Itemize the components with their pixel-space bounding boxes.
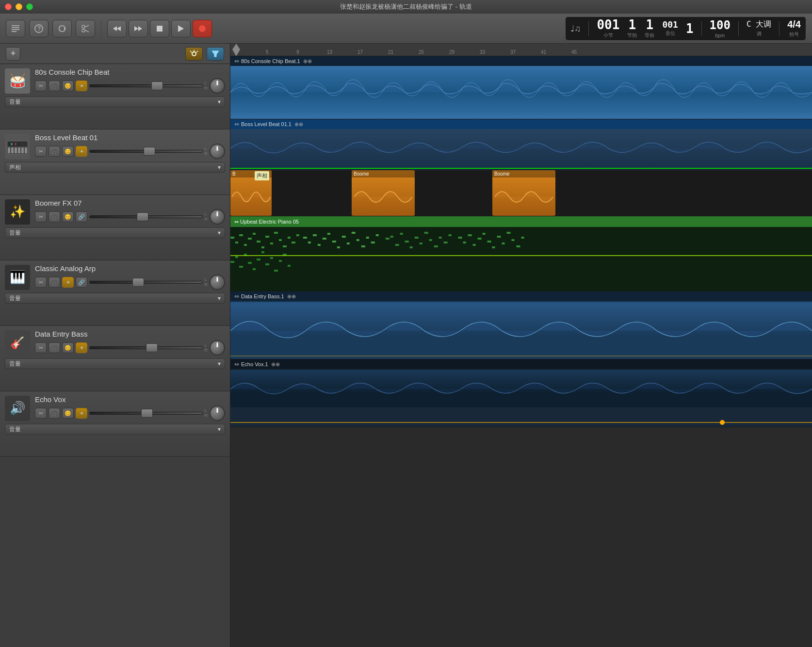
track-lane-4[interactable]: ⇔ Data Entry Bass.1 ⊕⊕	[230, 291, 812, 359]
svg-rect-94	[521, 237, 524, 239]
timeline-ruler[interactable]: 1 5 9 13 17 21 25 29 33 37 41 45	[230, 44, 812, 56]
track-fader-5[interactable]	[89, 342, 203, 353]
track-mute-5[interactable]: 😊	[62, 342, 74, 353]
lcd-key-section[interactable]: C 大调 调	[747, 19, 771, 37]
track-midi-4a[interactable]: ✦	[62, 277, 74, 288]
track-fader-3[interactable]	[89, 211, 203, 222]
lcd-div-section[interactable]: 1 导份	[645, 18, 654, 39]
volume-dropdown-1[interactable]: 音量 ▾	[5, 97, 225, 107]
track-fader-4[interactable]	[89, 277, 203, 288]
track-scissors-1[interactable]: ✂	[35, 81, 47, 91]
track-fader-2[interactable]	[89, 146, 203, 157]
scissors-button[interactable]	[76, 20, 95, 37]
track-knob-3[interactable]	[210, 209, 225, 225]
track-knob-1[interactable]	[210, 78, 225, 94]
svg-rect-57	[332, 241, 336, 243]
volume-dropdown-6[interactable]: 音量 ▾	[5, 424, 225, 435]
maximize-button[interactable]	[26, 3, 33, 10]
lcd-bars-section[interactable]: 001 小节	[597, 18, 619, 39]
track-headphones-3[interactable]: 🎧	[49, 211, 60, 222]
close-button[interactable]	[5, 3, 12, 10]
track-midi-3[interactable]: 🔗	[76, 211, 87, 222]
lcd-key-value: C 大调	[747, 19, 771, 30]
sidebar-header: +	[0, 44, 230, 64]
lcd-timesig-section[interactable]: 4/4 拍号	[787, 19, 801, 38]
track-name-1: 80s Console Chip Beat	[35, 68, 225, 76]
loop-button[interactable]	[52, 20, 72, 37]
svg-rect-85	[478, 238, 482, 240]
track-midi-2[interactable]: ✦	[76, 146, 87, 157]
lcd-beats-section[interactable]: 1 节拍	[627, 18, 637, 39]
play-button[interactable]	[171, 20, 191, 37]
loop-icon-2: ⊕⊕	[294, 121, 303, 128]
svg-marker-14	[138, 26, 142, 31]
track-headphones-6[interactable]: 🎧	[49, 408, 60, 419]
track-midi-4b[interactable]: 🔗	[76, 277, 87, 288]
track-headphones-5[interactable]: 🎧	[49, 342, 60, 353]
lcd-pos2-section[interactable]: 1	[686, 22, 694, 35]
track-mute-1[interactable]: 😊	[62, 81, 74, 91]
track-knob-2[interactable]	[210, 144, 225, 159]
library-button[interactable]	[6, 20, 25, 37]
track-headphones-1[interactable]: 🎧	[49, 81, 60, 91]
volume-label-2: 声相	[9, 163, 21, 172]
svg-rect-26	[15, 147, 17, 153]
track-scissors-4[interactable]: ✂	[35, 277, 47, 288]
record-button[interactable]	[193, 20, 212, 37]
add-track-button[interactable]: +	[6, 47, 20, 61]
svg-rect-103	[265, 263, 269, 265]
svg-rect-55	[323, 238, 326, 240]
svg-rect-71	[405, 241, 409, 243]
lcd-pos-section[interactable]: 001 音位	[662, 20, 678, 37]
track-lane-5[interactable]: ⇔ Echo Vox.1 ⊕⊕	[230, 359, 812, 427]
track-knob-4[interactable]	[210, 275, 225, 290]
svg-rect-66	[376, 234, 379, 236]
track-midi-6[interactable]: ✦	[76, 408, 87, 419]
rewind-button[interactable]	[107, 20, 127, 37]
track-lane-2[interactable]: ⇔ Boss Level Beat 01.1 ⊕⊕ B	[230, 119, 812, 216]
track-lane-3[interactable]: ⇔ Upbeat Electric Piano 05	[230, 216, 812, 291]
minimize-button[interactable]	[16, 3, 22, 10]
track-mute-3[interactable]: 😊	[62, 211, 74, 222]
lcd-tempo-label: bpm	[715, 33, 725, 38]
track-headphones-2[interactable]: 🎧	[49, 146, 60, 157]
svg-rect-65	[371, 242, 375, 243]
track-name-4: Classic Analog Arp	[35, 264, 225, 273]
volume-dropdown-5[interactable]: 音量 ▾	[5, 358, 225, 369]
track-fader-6[interactable]	[89, 408, 203, 419]
track-mute-6[interactable]: 😊	[62, 408, 74, 419]
volume-dropdown-4[interactable]: 音量 ▾	[5, 293, 225, 304]
track-mute-2[interactable]: 😊	[62, 146, 74, 157]
volume-label-4: 音量	[9, 294, 21, 303]
track-item-2: Boss Level Beat 01 ✂ 🎧 😊 ✦ LR	[0, 129, 230, 195]
track-lane-1[interactable]: ⇔ 80s Console Chip Beat.1 ⊕⊕	[230, 56, 812, 119]
track-headphones-4[interactable]: 🎧	[49, 277, 60, 288]
track-icon-3: ✨	[5, 199, 30, 225]
svg-rect-15	[157, 26, 162, 32]
track-midi-5[interactable]: ✦	[76, 342, 87, 353]
view-mode-button[interactable]	[185, 47, 203, 61]
track-scissors-2[interactable]: ✂	[35, 146, 47, 157]
track-midi-1[interactable]: ✦	[76, 81, 87, 91]
stop-button[interactable]	[150, 20, 169, 37]
track-scissors-5[interactable]: ✂	[35, 342, 47, 353]
lcd-tempo-section[interactable]: 100 bpm	[710, 18, 731, 38]
volume-dropdown-3[interactable]: 音量 ▾	[5, 227, 225, 238]
svg-rect-62	[357, 239, 359, 241]
fast-forward-button[interactable]	[129, 20, 148, 37]
lcd-pos2-value: 1	[686, 22, 694, 35]
svg-rect-40	[253, 233, 256, 235]
track-knob-6[interactable]	[210, 405, 225, 421]
ruler-mark-41: 41	[541, 49, 546, 55]
track-scissors-3[interactable]: ✂	[35, 211, 47, 222]
track-knob-5[interactable]	[210, 340, 225, 356]
lane-header-2: ⇔ Boss Level Beat 01.1 ⊕⊕	[230, 119, 812, 129]
filter-button[interactable]	[207, 47, 224, 61]
svg-rect-96	[235, 256, 238, 258]
svg-rect-106	[279, 260, 282, 262]
track-fader-1[interactable]	[89, 81, 203, 91]
help-button[interactable]: ?	[29, 20, 49, 37]
volume-dropdown-2[interactable]: 声相 ▾	[5, 162, 225, 173]
svg-rect-69	[395, 244, 399, 246]
track-scissors-6[interactable]: ✂	[35, 408, 47, 419]
